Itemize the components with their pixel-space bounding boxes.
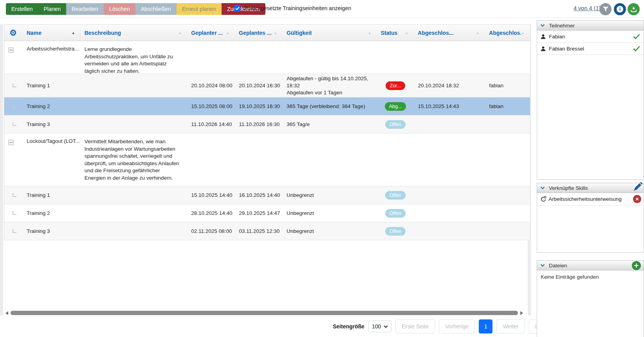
remove-skill-icon[interactable] [633,195,641,203]
dateien-section-header[interactable]: Dateien [537,260,644,270]
header-beschreibung[interactable]: Beschreibung▲ [81,25,188,41]
sort-icon: ▲ [178,31,182,35]
row-checkbox[interactable] [8,47,14,53]
chevron-down-icon [540,264,545,267]
plan-button[interactable]: Planen [38,3,66,15]
toolbar: Erstellen Planen Bearbeiten Löschen Absc… [0,0,644,18]
complete-button[interactable]: Abschließen [135,3,177,15]
training-table: ⚙ Name▲ Beschreibung▲ Geplanter ...▲ Gep… [4,24,530,240]
table-row[interactable]: Lockout/Tagout (LOT... Vermittelt Mitarb… [4,133,530,186]
cell-name: Training 2 [23,103,81,109]
sort-icon: ▲ [274,31,277,35]
sort-icon: ▲ [226,31,229,35]
teilnehmer-section-header[interactable]: Teilnehmer [537,20,644,31]
table-header-row: ⚙ Name▲ Beschreibung▲ Geplanter ...▲ Gep… [4,25,530,41]
child-indent-icon [13,211,16,215]
table-row[interactable]: Training 2 28.10.2025 14:40 29.10.2025 1… [4,204,530,222]
prev-page-button[interactable]: Vorherige [439,319,475,333]
child-indent-icon [13,193,16,197]
sort-icon: ▲ [476,31,480,35]
cell-end: 16.10.2025 14:40 [235,192,283,198]
cell-name: Training 1 [23,192,81,198]
app-root: Erstellen Planen Bearbeiten Löschen Absc… [0,0,644,337]
cell-name: Training 3 [23,228,81,234]
header-geplanter-start[interactable]: Geplanter ...▲ [187,25,235,41]
scroll-right-arrow[interactable] [520,311,523,315]
person-icon [541,46,546,51]
status-badge: Offen [385,227,406,236]
gear-icon[interactable]: ⚙ [9,29,17,37]
sort-icon: ▲ [368,31,372,35]
table-row[interactable]: Arbeitssicherheitstra... Lerne grundlege… [4,41,530,74]
download-icon[interactable] [628,3,640,15]
chevron-down-icon [540,186,545,189]
section-title: Dateien [549,263,567,269]
sort-icon: ▲ [405,31,408,35]
cell-validity: Unbegrenzt [283,192,377,199]
next-page-button[interactable]: Weiter [496,319,525,333]
cell-done-by: fabian [485,83,530,88]
edit-skills-pencil-icon[interactable] [633,182,643,193]
sidebar: Teilnehmer Fabian Fabian Bressel Verknüp… [537,20,644,337]
scrollbar-thumb[interactable] [11,311,518,315]
cell-start: 28.10.2025 14:40 [187,210,235,216]
header-gueltigkeit[interactable]: Gültigkeit▲ [283,25,377,41]
checkbox-checked-icon[interactable] [234,5,240,11]
cell-validity: Abgelaufen - gültig bis 14.10.2025, 18:3… [283,75,377,96]
cell-end: 20.10.2024 16:30 [235,83,283,88]
header-abgeschlossen-am[interactable]: Abgeschlos...▲ [414,25,485,41]
table-row[interactable]: Training 1 15.10.2025 14:40 16.10.2025 1… [4,186,530,204]
skills-list: Arbeitssicherheitsunterweisung [537,193,644,252]
page-size-select[interactable]: 100 [368,321,391,332]
current-page-button[interactable]: 1 [479,319,493,333]
filter-icon[interactable] [599,3,612,15]
table-row[interactable]: Training 3 11.10.2026 14:40 11.10.2026 1… [4,115,530,133]
cell-validity: 365 Tag/e [283,121,377,128]
cell-name: Training 2 [23,210,81,216]
section-title: Teilnehmer [549,23,575,29]
add-file-icon[interactable] [632,261,641,270]
sort-asc-icon: ▲ [72,31,75,35]
participant-item[interactable]: Fabian Bressel [537,43,644,55]
count-link[interactable]: 4 von 4 (1) [574,5,601,11]
cell-start: 02.11.2025 08:00 [187,228,235,234]
info-glyph: i [617,6,623,13]
cell-description: Vermittelt Mitarbeitenden, wie man Indus… [81,133,188,182]
files-list: Keine Einträge gefunden [537,270,644,337]
cell-start: 15.10.2025 08:00 [187,103,235,109]
first-page-button[interactable]: Erste Seite [395,319,435,333]
cell-done-by: fabian [485,103,530,109]
header-geplantes-ende[interactable]: Geplantes ...▲ [235,25,283,41]
table-row-selected[interactable]: Training 2 15.10.2025 08:00 19.10.2025 1… [4,97,530,115]
chevron-down-icon [384,325,388,328]
edit-button[interactable]: Bearbeiten [66,3,104,15]
info-icon[interactable]: i [614,3,626,15]
cell-end: 19.10.2025 16:30 [235,103,283,109]
participant-item[interactable]: Fabian [537,31,644,43]
table-row[interactable]: Training 1 20.10.2024 08:00 20.10.2024 1… [4,74,530,97]
replan-button[interactable]: Erneut planen [177,3,222,15]
skill-item[interactable]: Arbeitssicherheitsunterweisung [537,193,644,205]
cell-validity: 365 Tage (verbleibend: 364 Tage) [283,103,377,110]
table-row[interactable]: Training 3 02.11.2025 08:00 03.11.2025 1… [4,222,530,240]
show-reset-checkbox[interactable]: Zurückgesetzte Trainingseinheiten anzeig… [234,5,351,11]
cell-end: 03.11.2025 12:30 [235,228,283,234]
row-checkbox[interactable] [8,140,14,145]
delete-button[interactable]: Löschen [104,3,135,15]
skill-icon [540,196,547,202]
child-indent-icon [13,229,16,233]
check-icon [633,46,640,51]
skills-section-header[interactable]: Verknüpfte Skills [537,183,644,193]
pagination: Seitengröße 100 Erste Seite Vorherige 1 … [333,319,570,333]
header-status[interactable]: Status▲ [377,25,414,41]
cell-name: Training 3 [23,121,81,127]
create-button[interactable]: Erstellen [6,3,38,15]
header-abgeschlossen-von[interactable]: Abgeschlos...▲ [485,25,530,41]
header-name[interactable]: Name▲ [23,25,81,41]
section-title: Verknüpfte Skills [549,185,588,191]
left-scroll-gutter[interactable] [0,24,3,315]
horizontal-scrollbar[interactable] [5,310,529,315]
scroll-left-arrow[interactable] [5,311,8,315]
cell-done-at: 20.10.2024 18:32 [414,83,485,88]
cell-name: Lockout/Tagout (LOT... [23,133,81,144]
